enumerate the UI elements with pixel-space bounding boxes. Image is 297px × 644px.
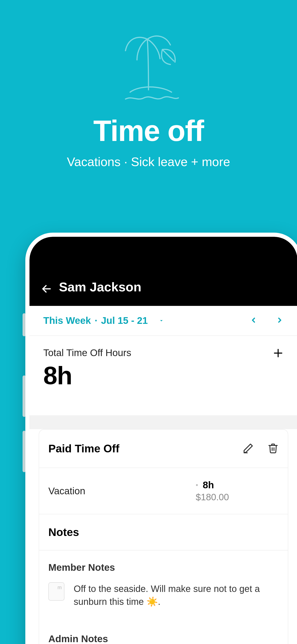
delete-button[interactable]: [268, 443, 278, 455]
date-range-picker[interactable]: This Week · Jul 15 - 21: [30, 306, 297, 336]
section-divider: [30, 415, 297, 429]
hero-banner: Time off Vacations · Sick leave + more: [0, 0, 297, 169]
date-range-value: Jul 15 - 21: [101, 315, 148, 326]
date-range-label: This Week · Jul 15 - 21: [43, 315, 164, 326]
island-icon: [114, 30, 183, 104]
note-icon: m: [48, 582, 64, 601]
arrow-left-icon: [41, 283, 52, 294]
member-note-row: m Off to the seaside. Will make sure not…: [39, 578, 288, 622]
trash-icon: [268, 443, 278, 454]
pto-card-header: Paid Time Off: [39, 430, 288, 468]
next-week-button[interactable]: [276, 316, 284, 325]
pto-entry-hours: 8h: [203, 480, 214, 490]
member-notes-heading: Member Notes: [39, 550, 288, 578]
date-nav: [250, 316, 284, 325]
pto-entry-amount: $180.00: [196, 492, 278, 502]
member-note-text: Off to the seaside. Will make sure not t…: [74, 582, 278, 608]
chevron-left-icon: [250, 316, 258, 324]
admin-notes-heading: Admin Notes: [39, 622, 288, 644]
pto-card-title: Paid Time Off: [48, 442, 120, 455]
total-value: 8h: [43, 361, 284, 390]
content-area: This Week · Jul 15 - 21 Total Time Off H…: [30, 306, 297, 644]
date-range-prefix: This Week: [43, 315, 91, 326]
pto-entry-row[interactable]: Vacation • 8h $180.00: [39, 468, 288, 514]
prev-week-button[interactable]: [250, 316, 258, 325]
phone-screen: Sam Jackson This Week · Jul 15 - 21: [25, 233, 297, 644]
total-label: Total Time Off Hours: [43, 347, 284, 358]
edit-button[interactable]: [243, 443, 254, 455]
bullet-icon: •: [196, 481, 198, 489]
back-button[interactable]: [41, 283, 52, 294]
hero-title: Time off: [0, 114, 297, 148]
add-time-off-button[interactable]: [272, 346, 284, 362]
pto-card: Paid Time Off: [39, 429, 288, 644]
phone-frame: Sam Jackson This Week · Jul 15 - 21: [25, 233, 297, 644]
notes-heading: Notes: [39, 514, 288, 550]
page-title: Sam Jackson: [59, 280, 141, 294]
plus-icon: [272, 348, 284, 358]
caret-down-icon: [158, 318, 164, 324]
pencil-icon: [243, 443, 254, 454]
total-summary: Total Time Off Hours 8h: [30, 336, 297, 415]
hero-subtitle: Vacations · Sick leave + more: [0, 154, 297, 169]
chevron-right-icon: [276, 316, 284, 324]
pto-entry-type: Vacation: [48, 486, 85, 496]
app-header: Sam Jackson: [30, 237, 297, 306]
